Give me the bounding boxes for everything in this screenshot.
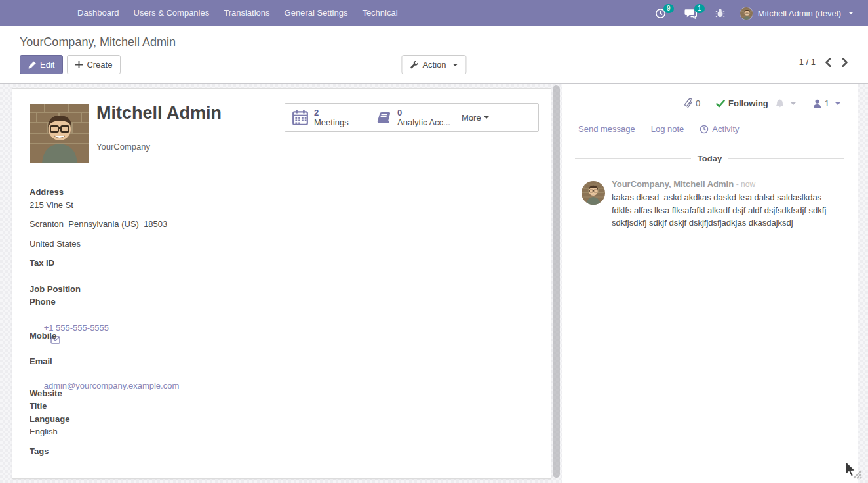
debug-button[interactable] <box>709 0 732 26</box>
create-button-label: Create <box>87 60 112 70</box>
book-icon <box>375 110 392 125</box>
breadcrumb: YourCompany, Mitchell Admin <box>20 35 848 49</box>
contact-company-link[interactable]: YourCompany <box>96 142 150 152</box>
pager-previous-button[interactable] <box>825 58 832 67</box>
website-label: Website <box>30 388 62 400</box>
contact-name: Mitchell Admin <box>96 103 222 123</box>
chatter-actions: Send message Log note Activity <box>562 108 858 134</box>
edit-button-label: Edit <box>40 60 54 70</box>
nav-item-general-settings[interactable]: General Settings <box>277 0 355 26</box>
meetings-count: 2 <box>314 108 349 117</box>
attachments-count: 0 <box>696 98 700 108</box>
check-icon <box>716 100 725 108</box>
wrench-icon <box>410 60 418 69</box>
create-button[interactable]: Create <box>67 55 121 74</box>
mobile-label: Mobile <box>30 330 56 342</box>
attachments-button[interactable]: 0 <box>684 98 700 108</box>
address-street: 215 Vine St <box>30 200 73 211</box>
bug-icon <box>715 8 725 18</box>
action-dropdown-button[interactable]: Action <box>401 55 466 74</box>
send-message-button[interactable]: Send message <box>578 124 635 134</box>
resize-grip[interactable] <box>840 460 863 482</box>
chatter-panel: 0 Following 1 <box>562 84 858 483</box>
address-city-line: Scranton Pennsylvania (US) 18503 <box>30 219 167 230</box>
mouse-cursor <box>846 461 856 476</box>
nav-item-dashboard[interactable]: Dashboard <box>70 0 127 26</box>
followers-count: 1 <box>825 98 829 108</box>
message-author[interactable]: YourCompany, Mitchell Admin <box>612 179 734 189</box>
calendar-icon <box>292 109 309 126</box>
chevron-down-icon <box>453 64 458 66</box>
nav-item-technical[interactable]: Technical <box>355 0 404 26</box>
form-view-area: Mitchell Admin YourCompany 2 Meetings 0 … <box>0 83 868 483</box>
user-avatar <box>740 7 753 20</box>
language-label: Language <box>30 413 69 425</box>
message-body: kakas dkasd askd akdkas daskd ksa dalsd … <box>612 191 842 230</box>
following-button[interactable]: Following <box>716 98 768 108</box>
action-button-label: Action <box>422 60 446 70</box>
user-name: Mitchell Admin (devel) <box>758 9 841 18</box>
stat-button-group: 2 Meetings 0 Analytic Acc... More <box>285 103 539 132</box>
meetings-stat-button[interactable]: 2 Meetings <box>285 104 368 131</box>
form-sheet: Mitchell Admin YourCompany 2 Meetings 0 … <box>12 88 551 479</box>
activities-count-badge: 9 <box>663 4 674 13</box>
log-note-button[interactable]: Log note <box>651 124 684 134</box>
job-position-label: Job Position <box>30 284 81 295</box>
language-value: English <box>30 426 58 438</box>
schedule-activity-button[interactable]: Activity <box>700 124 739 134</box>
chevron-down-icon <box>848 12 854 14</box>
more-dropdown-button[interactable]: More <box>452 104 539 131</box>
tags-label: Tags <box>30 446 49 457</box>
plus-icon <box>75 61 83 68</box>
messages-count-badge: 1 <box>694 4 705 13</box>
top-navbar: Dashboard Users & Companies Translations… <box>0 0 868 26</box>
activity-label: Activity <box>712 124 739 134</box>
messages-button[interactable]: 1 <box>678 0 703 26</box>
bell-icon <box>775 98 785 108</box>
pencil-icon <box>28 61 36 69</box>
nav-item-users-companies[interactable]: Users & Companies <box>127 0 217 26</box>
user-icon <box>813 99 821 108</box>
subscription-dropdown[interactable] <box>775 98 796 108</box>
email-link[interactable]: admin@yourcompany.example.com <box>44 381 180 390</box>
scrollbar-thumb[interactable] <box>553 85 560 478</box>
pager-value: 1 / 1 <box>799 57 816 67</box>
email-label: Email <box>30 356 52 368</box>
analytic-accounts-stat-button[interactable]: 0 Analytic Acc... <box>368 104 452 131</box>
pager: 1 / 1 <box>799 57 848 67</box>
message-timestamp: - now <box>736 180 755 189</box>
chevron-down-icon <box>835 102 840 105</box>
meetings-label: Meetings <box>314 117 349 127</box>
pager-next-button[interactable] <box>841 58 848 67</box>
nav-menu-bar: Dashboard Users & Companies Translations… <box>70 0 405 26</box>
contact-photo[interactable] <box>30 104 89 163</box>
user-menu[interactable]: Mitchell Admin (devel) <box>737 0 856 26</box>
date-divider: Today <box>575 154 844 163</box>
paperclip-icon <box>684 98 692 108</box>
control-panel: YourCompany, Mitchell Admin Edit Create <box>0 26 868 83</box>
address-label: Address <box>30 186 64 198</box>
address-country: United States <box>30 238 81 250</box>
followers-dropdown[interactable]: 1 <box>813 98 840 108</box>
vertical-scrollbar[interactable] <box>551 84 562 483</box>
activity-clock-icon <box>700 125 709 134</box>
chevron-down-icon <box>484 116 489 119</box>
edit-button[interactable]: Edit <box>20 55 63 74</box>
message-author-avatar <box>582 181 605 205</box>
title-label: Title <box>30 400 47 412</box>
chatter-message: YourCompany, Mitchell Admin - now kakas … <box>582 179 858 230</box>
apps-menu-button[interactable] <box>0 0 30 26</box>
date-divider-label: Today <box>698 154 722 163</box>
nav-item-translations[interactable]: Translations <box>216 0 277 26</box>
tax-id-label: Tax ID <box>30 257 54 269</box>
chevron-down-icon <box>791 102 796 105</box>
more-button-label: More <box>462 113 481 123</box>
analytic-accounts-count: 0 <box>397 108 450 117</box>
following-label: Following <box>728 98 768 108</box>
activities-button[interactable]: 9 <box>648 0 673 26</box>
phone-label: Phone <box>30 296 56 308</box>
analytic-accounts-label: Analytic Acc... <box>397 117 450 127</box>
systray: 9 1 Mitchell Admin (devel) <box>648 0 868 26</box>
